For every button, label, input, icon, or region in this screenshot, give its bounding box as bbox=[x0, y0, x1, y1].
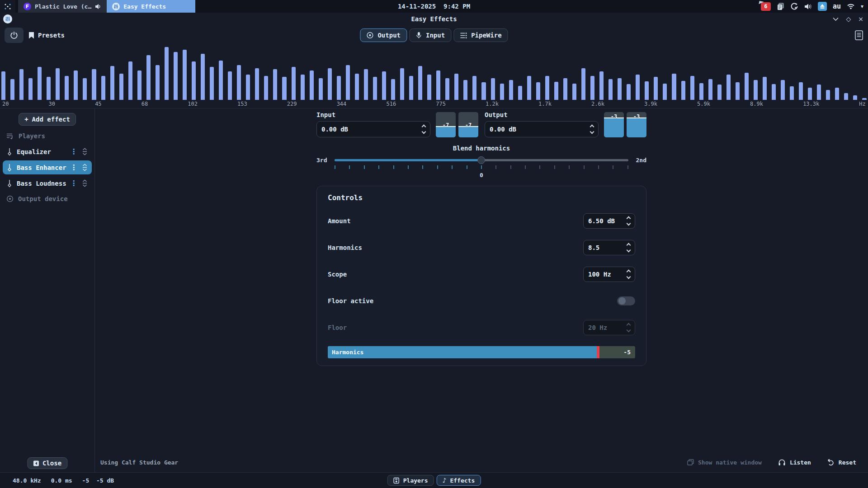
launcher-icon[interactable] bbox=[0, 0, 15, 13]
output-gain-spinbox[interactable]: 0.00 dB bbox=[485, 121, 599, 137]
reset-button[interactable]: Reset bbox=[827, 459, 856, 466]
effect-row-bass-loudness[interactable]: Bass Loudness ⋮ bbox=[3, 176, 92, 190]
spin-down-icon[interactable] bbox=[422, 130, 426, 134]
spectrum-bar bbox=[19, 69, 24, 100]
effect-menu-icon[interactable]: ⋮ bbox=[67, 147, 80, 156]
blend-right-label: 2nd bbox=[633, 157, 646, 164]
spectrum-bar bbox=[328, 68, 332, 100]
effects-sidebar: + Add effect Players bbox=[0, 108, 95, 472]
tab-effects[interactable]: ♪ Effects bbox=[437, 475, 481, 486]
sample-rate: 48.0 kHz bbox=[13, 477, 41, 484]
spectrum-bar bbox=[119, 74, 123, 100]
effect-row-bass-enhancer[interactable]: Bass Enhancer ⋮ bbox=[3, 160, 92, 174]
blend-ticks bbox=[335, 165, 628, 169]
bookmark-icon bbox=[29, 32, 34, 39]
floor-spinbox[interactable]: 20 Hz bbox=[583, 320, 635, 335]
add-effect-button[interactable]: + Add effect bbox=[19, 113, 76, 126]
tab-players[interactable]: Players bbox=[387, 475, 434, 486]
spectrum-bar bbox=[418, 66, 422, 100]
spectrum-bar bbox=[346, 65, 350, 100]
spin-up-icon[interactable] bbox=[590, 125, 594, 129]
spin-down-icon[interactable] bbox=[627, 221, 631, 226]
amount-spinbox[interactable]: 6.50 dB bbox=[583, 213, 635, 229]
global-bypass-button[interactable] bbox=[5, 28, 24, 43]
effect-menu-icon[interactable]: ⋮ bbox=[67, 179, 80, 188]
blend-slider[interactable] bbox=[335, 156, 628, 164]
screen-record-icon[interactable] bbox=[790, 2, 798, 10]
harmonics-spinbox[interactable]: 8.5 bbox=[583, 240, 635, 255]
spin-down-icon[interactable] bbox=[627, 275, 631, 279]
slider-tick bbox=[613, 165, 613, 169]
spin-up-icon bbox=[627, 323, 631, 328]
tab-input[interactable]: Input bbox=[409, 28, 451, 42]
spectrum-bar bbox=[282, 77, 286, 100]
output-device-row[interactable]: Output device bbox=[0, 192, 94, 206]
headphones-icon bbox=[778, 459, 786, 466]
output-level-meter-right: -3 bbox=[627, 112, 646, 137]
slider-tick bbox=[510, 165, 511, 169]
close-button[interactable]: Close bbox=[27, 457, 67, 469]
drag-handle-icon[interactable] bbox=[82, 179, 88, 187]
spectrum-bar bbox=[781, 80, 785, 100]
minimize-icon[interactable] bbox=[833, 17, 839, 21]
tab-pipewire[interactable]: PipeWire bbox=[453, 28, 508, 42]
drag-handle-icon[interactable] bbox=[82, 164, 88, 171]
spin-down-icon[interactable] bbox=[627, 248, 631, 253]
spectrum-bar bbox=[554, 82, 558, 100]
floor-active-toggle[interactable] bbox=[617, 296, 635, 305]
listen-button[interactable]: Listen bbox=[778, 459, 811, 466]
taskbar-tab-easy-effects[interactable]: Easy Effects bbox=[107, 0, 195, 13]
wifi-icon[interactable] bbox=[847, 3, 855, 9]
slider-tick bbox=[627, 165, 628, 169]
spectrum-bar bbox=[808, 88, 812, 100]
freq-label: 344 bbox=[337, 100, 347, 108]
drag-handle-icon[interactable] bbox=[82, 148, 88, 155]
scope-spinbox[interactable]: 100 Hz bbox=[583, 267, 635, 282]
latency: 0.0 ms bbox=[51, 477, 72, 484]
spin-up-icon[interactable] bbox=[627, 216, 631, 221]
spectrum-bar bbox=[264, 76, 268, 100]
effect-menu-icon[interactable]: ⋮ bbox=[67, 163, 80, 172]
taskbar-tab-media-player[interactable]: F Plastic Love (c… bbox=[18, 0, 107, 13]
spectrum-bar bbox=[409, 76, 413, 100]
clipboard-icon[interactable] bbox=[777, 3, 784, 10]
spectrum-bar bbox=[382, 71, 386, 100]
input-gain-spinbox[interactable]: 0.00 dB bbox=[316, 121, 430, 137]
effect-row-equalizer[interactable]: Equalizer ⋮ bbox=[3, 145, 92, 159]
blend-harmonics-section: Blend harmonics 3rd 2nd 0 bbox=[316, 145, 646, 178]
spin-up-icon[interactable] bbox=[627, 270, 631, 274]
keyboard-layout-indicator[interactable]: au bbox=[833, 2, 841, 10]
blend-title: Blend harmonics bbox=[316, 145, 646, 152]
spectrum-bar bbox=[364, 69, 368, 100]
blend-left-label: 3rd bbox=[316, 157, 330, 164]
easy-effects-icon bbox=[112, 3, 120, 10]
spectrum-bar bbox=[228, 71, 232, 100]
freq-labels: 203045681021532293445167751.2k1.7k2.6k3.… bbox=[0, 100, 868, 108]
notification-badge-icon[interactable]: 6 bbox=[761, 2, 771, 11]
input-level-meter-left: -7 bbox=[436, 112, 456, 137]
spin-up-icon[interactable] bbox=[627, 243, 631, 248]
output-label: Output bbox=[485, 111, 599, 118]
media-tab-label: Plastic Love (c… bbox=[35, 3, 91, 10]
close-window-icon[interactable]: × bbox=[858, 16, 863, 22]
plus-icon: + bbox=[24, 116, 28, 123]
harmonics-row: Harmonics 8.5 bbox=[328, 240, 635, 255]
show-native-window-button[interactable]: Show native window bbox=[687, 459, 762, 466]
slider-handle[interactable] bbox=[477, 156, 485, 164]
spectrum-bar bbox=[210, 67, 214, 100]
players-section-row[interactable]: Players bbox=[0, 129, 94, 143]
presets-button[interactable]: Presets bbox=[24, 29, 69, 42]
spin-up-icon[interactable] bbox=[422, 125, 426, 129]
tab-output[interactable]: Output bbox=[360, 28, 407, 42]
spectrum-bar bbox=[826, 90, 830, 100]
freq-label: 13.3k bbox=[803, 100, 819, 108]
volume-icon[interactable] bbox=[804, 3, 812, 10]
spectrum-bar bbox=[146, 55, 151, 100]
maximize-icon[interactable]: ◇ bbox=[846, 16, 851, 22]
spin-down-icon[interactable] bbox=[590, 130, 594, 134]
tray-chevron-down-icon[interactable]: ▾ bbox=[861, 3, 863, 9]
spectrum-bar bbox=[563, 78, 567, 100]
eject-icon[interactable] bbox=[818, 2, 827, 11]
notes-log-icon[interactable] bbox=[854, 30, 863, 41]
spectrum-bar bbox=[255, 68, 259, 100]
